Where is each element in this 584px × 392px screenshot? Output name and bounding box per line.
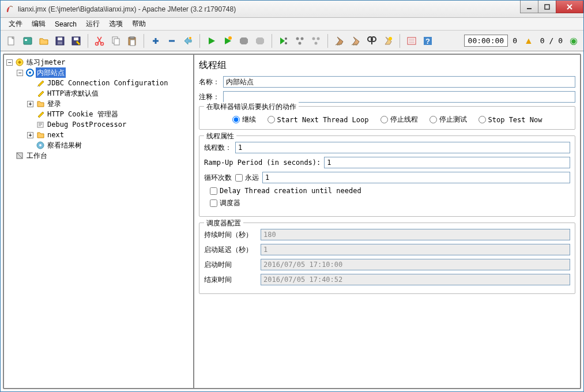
tree-root[interactable]: − 练习jmeter (6, 57, 192, 67)
open-button[interactable] (36, 33, 51, 48)
tree-collapse-icon[interactable]: − (17, 70, 23, 76)
scheduler-checkbox[interactable]: 调度器 (210, 198, 240, 208)
svg-point-19 (285, 37, 287, 40)
loop-input[interactable] (262, 172, 570, 183)
scheduler-legend: 调度器配置 (204, 218, 243, 228)
controller-icon (36, 99, 45, 108)
tree-label: Debug PostProcessor (46, 119, 127, 130)
tree-item[interactable]: +登录 (27, 99, 192, 109)
svg-rect-6 (58, 37, 62, 40)
start-button[interactable] (204, 33, 219, 48)
menu-file[interactable]: 文件 (4, 18, 27, 30)
delay-label: 启动延迟（秒） (204, 245, 257, 255)
threads-label: 线程数： (204, 143, 232, 153)
save-button[interactable] (52, 33, 67, 48)
function-button[interactable] (404, 33, 419, 48)
threads-row: 线程数： (204, 142, 570, 153)
toolbar-separator (327, 34, 328, 48)
name-input[interactable] (223, 76, 575, 88)
delay-row: 启动延迟（秒） (204, 244, 570, 255)
minimize-button[interactable] (520, 1, 538, 13)
start-notimers-button[interactable] (220, 33, 235, 48)
radio-stopthread[interactable]: 停止线程 (380, 115, 418, 125)
paste-button[interactable] (125, 33, 140, 48)
tree-label: next (46, 130, 65, 140)
start-input (261, 259, 570, 270)
remote-stop-button[interactable] (292, 33, 307, 48)
radio-stopnow[interactable]: Stop Test Now (478, 116, 542, 124)
radio-continue[interactable]: 继续 (232, 115, 256, 125)
onerror-radios: 继续 Start Next Thread Loop 停止线程 停止测试 Stop… (204, 115, 570, 125)
templates-button[interactable] (20, 33, 35, 48)
svg-rect-16 (130, 40, 135, 46)
help-button[interactable]: ? (420, 33, 435, 48)
collapse-button[interactable] (164, 33, 179, 48)
tree-panel[interactable]: − 练习jmeter − 内部站点 (4, 55, 194, 388)
name-row: 名称： (199, 76, 575, 88)
new-button[interactable] (4, 33, 19, 48)
postprocessor-icon (36, 120, 45, 129)
reset-search-button[interactable] (380, 33, 395, 48)
tree-item[interactable]: HTTP Cookie 管理器 (27, 109, 192, 119)
tree-item[interactable]: 察看结果树 (27, 140, 192, 150)
toggle-button[interactable] (180, 33, 195, 48)
expand-button[interactable] (148, 33, 163, 48)
svg-rect-1 (545, 5, 549, 9)
threadprops-fieldset: 线程属性 线程数： Ramp-Up Period (in seconds): 循… (199, 135, 575, 217)
tree-threadgroup[interactable]: − 内部站点 (17, 67, 192, 78)
copy-button[interactable] (108, 33, 123, 48)
svg-rect-15 (130, 37, 134, 39)
saveas-button[interactable] (69, 33, 84, 48)
clearall-button[interactable] (348, 33, 363, 48)
window-title: lianxi.jmx (E:\jmeter\Bigdata\lianxi.jmx… (18, 5, 521, 13)
radio-startnext[interactable]: Start Next Thread Loop (267, 116, 369, 124)
shutdown-button[interactable] (253, 33, 267, 48)
comment-row: 注释： (199, 91, 575, 103)
delay-input (261, 244, 570, 255)
close-button[interactable] (556, 1, 583, 13)
maximize-button[interactable] (538, 1, 556, 13)
config-icon (36, 89, 45, 98)
comment-input[interactable] (223, 91, 575, 103)
tree-expand-icon[interactable]: + (27, 101, 33, 107)
svg-point-25 (317, 37, 320, 40)
toolbar: ? 00:00:00 0 ▲ 0 / 0 ◉ (1, 31, 583, 51)
status-icon: ◉ (570, 35, 578, 46)
radio-stoptest[interactable]: 停止测试 (429, 115, 467, 125)
menu-search[interactable]: Search (50, 19, 81, 29)
rampup-label: Ramp-Up Period (in seconds): (204, 159, 321, 167)
remote-shutdown-button[interactable] (308, 33, 323, 48)
stop-button[interactable] (236, 33, 251, 48)
menu-options[interactable]: 选项 (104, 18, 127, 30)
threads-input[interactable] (235, 142, 570, 153)
tree-item[interactable]: HTTP请求默认值 (27, 88, 192, 99)
tree-workbench[interactable]: 工作台 (6, 150, 192, 161)
tree-label: 工作台 (25, 150, 48, 161)
toolbar-separator (88, 34, 88, 48)
svg-rect-4 (25, 39, 27, 41)
forever-checkbox[interactable]: 永远 (235, 173, 259, 183)
menu-run[interactable]: 运行 (81, 18, 104, 30)
delaycreate-checkbox[interactable]: Delay Thread creation until needed (210, 187, 361, 195)
tree-expand-icon[interactable]: + (27, 132, 33, 138)
svg-point-24 (312, 37, 315, 40)
start-label: 启动时间 (204, 260, 257, 270)
tree-item[interactable]: JDBC Connection Configuration (27, 78, 192, 88)
tree-item[interactable]: +next (27, 130, 192, 140)
remote-start-button[interactable] (276, 33, 291, 48)
panel-title: 线程组 (199, 59, 575, 71)
svg-point-11 (101, 42, 104, 45)
error-count: 0 (509, 36, 521, 45)
tree-collapse-icon[interactable]: − (6, 59, 13, 66)
rampup-input[interactable] (324, 157, 570, 168)
menu-help[interactable]: 帮助 (127, 18, 150, 30)
svg-point-23 (299, 42, 302, 44)
thread-count: 0 / 0 (537, 36, 566, 45)
cut-button[interactable] (92, 33, 107, 48)
scheduler-fieldset: 调度器配置 持续时间（秒） 启动延迟（秒） 启动时间 结束时间 (199, 223, 575, 294)
search-button[interactable] (364, 33, 379, 48)
clear-button[interactable] (332, 33, 347, 48)
rampup-row: Ramp-Up Period (in seconds): (204, 157, 570, 168)
tree-item[interactable]: Debug PostProcessor (27, 119, 192, 130)
menu-edit[interactable]: 编辑 (27, 18, 50, 30)
